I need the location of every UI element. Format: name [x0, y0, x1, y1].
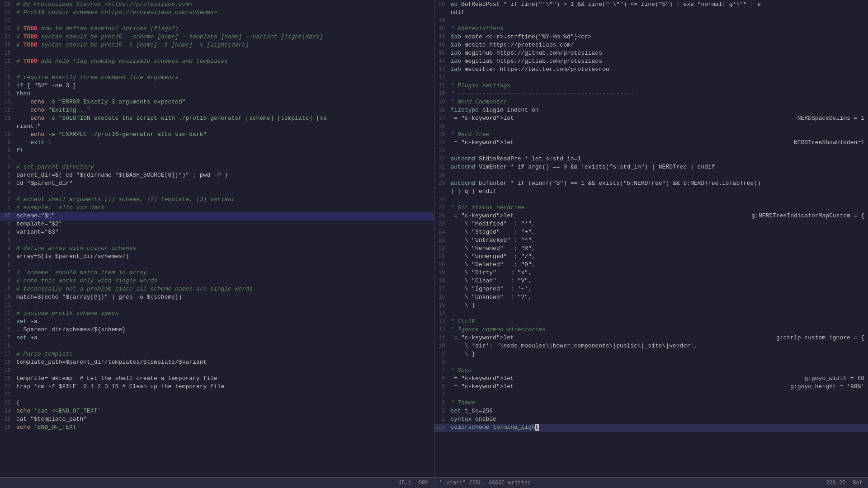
line-content: iab metwitter https://twitter.com/protst… — [451, 66, 865, 73]
line-number: 3 — [0, 188, 16, 195]
code-line: 22 \ "Renamed" : "R", — [434, 245, 868, 253]
line-content: " --------------------------------------… — [451, 90, 865, 97]
code-line: 25 \ "Modified" : "*", — [434, 221, 868, 229]
line-content — [16, 188, 430, 195]
line-content: echo 'END_OF_TEXT' — [16, 424, 430, 431]
line-content — [16, 367, 430, 374]
line-number: 12 — [434, 327, 451, 333]
line-content — [451, 74, 865, 81]
line-number: 10 — [0, 294, 16, 300]
line-content: template_path=$parent_dir/templates/$tem… — [16, 359, 430, 366]
code-line: 19 — [0, 367, 434, 375]
line-number: 48 — [434, 26, 451, 32]
line-content: \ "Clean" : "V", — [451, 277, 865, 284]
code-line: 47 iab xdate <c-r>=strftime("%Y-%m-%d")<… — [434, 33, 868, 42]
line-content: iab xdate <c-r>=strftime("%Y-%m-%d")<cr> — [451, 33, 865, 40]
line-content — [16, 391, 430, 398]
line-content: \ 'dir': '\node_modules\|bower_component… — [451, 343, 865, 349]
left-code-area[interactable]: 25 # By Protesilaos Stavrou <https://pro… — [0, 0, 434, 477]
line-content: cat "$template_path" — [16, 416, 430, 422]
line-content: # Parse template — [16, 351, 430, 357]
line-content — [16, 343, 430, 349]
line-content: " Nerd Commenter — [451, 99, 865, 105]
code-line: 15 if [ "$#" -ne 3 ] — [0, 82, 434, 90]
left-status-bar: 45,1 90% — [0, 477, 434, 488]
line-content: # require exactly three command line arg… — [16, 74, 430, 81]
code-line: 20 # TODO syntax should be prot16 -s [na… — [0, 42, 434, 50]
line-content: # note this works only with single words — [16, 277, 430, 284]
line-content: \ "Renamed" : "R", — [451, 245, 865, 252]
code-line: 9 exit 1 — [0, 139, 434, 147]
line-number: 31 — [434, 164, 451, 170]
line-number: 18 — [0, 359, 16, 366]
line-number: 16 — [0, 343, 16, 349]
line-number: 40 — [434, 91, 451, 97]
line-content: variant="$3" — [16, 229, 430, 235]
line-content: tempfile=`mktemp` # Let the shell create… — [16, 375, 430, 382]
code-line: 25 # By Protesilaos Stavrou <https://pro… — [0, 1, 434, 9]
code-line: 12 echo "Exiting..." — [0, 107, 434, 115]
line-number: 6 — [434, 375, 451, 382]
code-line: 13 " CtrlP — [434, 318, 868, 326]
code-line: 3 " Theme — [434, 399, 868, 408]
line-content: = "c-keyword">let — [451, 375, 805, 382]
code-line: 32 autocmd StdinReadPre * let s:std_in=1 — [434, 155, 868, 164]
line-number: 25 — [434, 221, 451, 227]
code-line: riant]" — [0, 123, 434, 131]
code-line: 22 # TODO how to define terminal options… — [0, 25, 434, 33]
code-line: ndif — [434, 9, 868, 17]
code-line: 26 = "c-keyword">let g:NERDTreeIndicator… — [434, 212, 868, 221]
line-content — [16, 50, 430, 56]
code-line: 30 — [434, 172, 868, 180]
code-line: 18 template_path=$parent_dir/templates/$… — [0, 359, 434, 367]
line-number: 16 — [0, 75, 16, 81]
code-line: 16 — [0, 343, 434, 351]
code-line: 10 echo -e "EXAMPLE ./prot16-generator a… — [0, 131, 434, 139]
line-number: 1 — [434, 416, 451, 422]
code-line: 6 # set parent directory — [0, 164, 434, 172]
line-number: 10 — [0, 131, 16, 138]
line-number: 28 — [434, 197, 451, 203]
code-line: 2 set t_Co=256 — [434, 408, 868, 416]
left-status-position: 45,1 — [398, 480, 411, 486]
line-content — [451, 172, 865, 178]
right-status-position: 228,25 — [826, 480, 845, 486]
code-line: 13 echo -e "ERROR Exactly 3 arguments ex… — [0, 99, 434, 107]
line-number: 33 — [434, 148, 451, 154]
line-content: = "c-keyword">let — [451, 383, 791, 390]
line-content: " Git status nerdtree — [451, 204, 865, 211]
line-content: " Goyo — [451, 367, 865, 374]
line-number: 11 — [0, 115, 16, 122]
code-line: 1 template="$2" — [0, 221, 434, 229]
line-content: . $parent_dir/schemes/${scheme} — [16, 326, 430, 333]
line-content — [16, 261, 430, 268]
code-line: 5 = "c-keyword">let g:goyo_height = '90%… — [434, 383, 868, 391]
right-status-file: ".vimrc" 228L, 4663C written — [440, 480, 826, 486]
code-line: 14 . $parent_dir/schemes/${scheme} — [0, 326, 434, 334]
line-number: 8 — [0, 278, 16, 284]
code-line: 45 scheme="$1" — [0, 212, 434, 221]
line-number: 22 — [0, 26, 16, 32]
line-content: colorscheme termina_light — [451, 424, 865, 431]
line-content: filetype plugin indent on — [451, 107, 865, 113]
line-number: 32 — [434, 156, 451, 162]
line-content: au BufReadPost * if line("'\"") > 1 && l… — [451, 1, 865, 8]
right-status-bot: Bot — [853, 480, 863, 486]
line-content: template="$2" — [16, 221, 430, 227]
line-number: 9 — [0, 286, 16, 292]
code-line: 8 — [434, 359, 868, 367]
line-number: 45 — [0, 213, 16, 219]
line-number: 17 — [0, 351, 16, 357]
line-content — [451, 359, 865, 366]
code-line: 3 — [0, 237, 434, 245]
code-line: 36 — [434, 123, 868, 131]
line-content: \ "Deleted" : "D", — [451, 261, 865, 268]
code-line: 18 \ "Clean" : "V", — [434, 277, 868, 286]
line-number: 29 — [434, 180, 451, 187]
line-number: 3 — [434, 400, 451, 406]
line-number: 19 — [0, 50, 16, 56]
code-line: 1 syntax enable — [434, 416, 868, 424]
code-line: 16 # require exactly three command line … — [0, 74, 434, 82]
right-code-area[interactable]: 50 au BufReadPost * if line("'\"") > 1 &… — [434, 0, 868, 477]
code-line: 6 — [0, 261, 434, 269]
